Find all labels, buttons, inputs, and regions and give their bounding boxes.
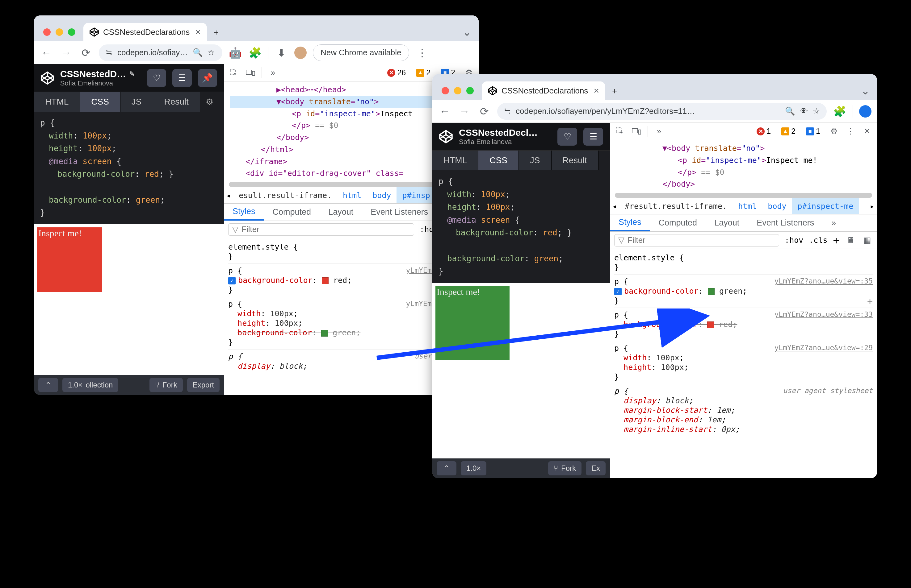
maximize-button[interactable] bbox=[466, 87, 474, 94]
heart-button[interactable]: ♡ bbox=[558, 128, 577, 145]
tab-css[interactable]: CSS bbox=[478, 150, 519, 170]
tab-css[interactable]: CSS bbox=[80, 92, 120, 111]
more-icon[interactable]: ⋮ bbox=[845, 126, 856, 137]
avatar[interactable] bbox=[859, 105, 872, 118]
zoom-icon[interactable]: 🔍 bbox=[193, 48, 203, 57]
tab-computed[interactable]: Computed bbox=[264, 204, 320, 221]
reload-button[interactable]: ⟳ bbox=[79, 46, 92, 60]
expand-button[interactable]: ⌃ bbox=[38, 378, 58, 392]
address-bar[interactable]: ≒ codepen.io/sofiayem/pen/yLmYEmZ?editor… bbox=[497, 103, 827, 120]
robot-icon[interactable]: 🤖 bbox=[229, 46, 242, 60]
maximize-button[interactable] bbox=[68, 28, 75, 36]
crumb-left-icon[interactable]: ◂ bbox=[610, 198, 619, 214]
hov-toggle[interactable]: :hov bbox=[785, 236, 803, 245]
tab-close-icon[interactable]: × bbox=[593, 86, 599, 96]
zoom-icon[interactable]: 🔍 bbox=[785, 107, 795, 116]
tab-layout[interactable]: Layout bbox=[319, 204, 362, 221]
fork-button[interactable]: ⑂ Fork bbox=[149, 378, 183, 392]
warn-badge[interactable]: ▲2 bbox=[781, 127, 796, 136]
crumb-left-icon[interactable]: ◂ bbox=[224, 187, 233, 203]
crumb-p[interactable]: p#insp bbox=[397, 187, 435, 203]
more-tabs-icon[interactable]: » bbox=[823, 215, 845, 231]
forward-button[interactable]: → bbox=[458, 105, 471, 118]
pin-button[interactable]: 📌 bbox=[198, 69, 217, 87]
eye-off-icon[interactable]: 👁 bbox=[800, 107, 808, 116]
crumb[interactable]: esult.result-iframe. bbox=[233, 187, 337, 203]
inspect-icon[interactable] bbox=[228, 67, 239, 78]
crumb-html[interactable]: html bbox=[733, 198, 762, 214]
close-button[interactable] bbox=[43, 28, 51, 36]
back-button[interactable]: ← bbox=[438, 105, 451, 118]
download-icon[interactable]: ⬇ bbox=[274, 46, 288, 60]
tab-computed[interactable]: Computed bbox=[650, 215, 706, 231]
tab-js[interactable]: JS bbox=[120, 92, 153, 111]
zoom-level[interactable]: 1.0× ollection bbox=[62, 378, 118, 392]
tab-js[interactable]: JS bbox=[519, 150, 551, 170]
swatch-red-icon[interactable] bbox=[322, 277, 329, 284]
close-icon[interactable]: ✕ bbox=[862, 126, 873, 137]
new-chrome-button[interactable]: New Chrome available bbox=[313, 44, 409, 61]
tab-dropdown-icon[interactable]: ⌄ bbox=[460, 25, 474, 39]
crumb-right-icon[interactable]: ▸ bbox=[868, 198, 877, 214]
device-icon[interactable] bbox=[631, 126, 642, 137]
export-button[interactable]: Export bbox=[187, 378, 220, 392]
grid-icon[interactable]: ▦ bbox=[862, 235, 873, 246]
tab-result[interactable]: Result bbox=[153, 92, 200, 111]
new-tab-button[interactable]: ＋ bbox=[207, 23, 225, 41]
avatar[interactable] bbox=[294, 47, 306, 59]
settings-icon[interactable]: ⚙ bbox=[828, 126, 840, 137]
browser-tab[interactable]: CSSNestedDeclarations × bbox=[83, 23, 207, 41]
more-panels-icon[interactable]: » bbox=[653, 126, 665, 137]
error-badge[interactable]: ✕1 bbox=[757, 127, 771, 136]
devices-icon[interactable]: 🖥 bbox=[845, 235, 856, 246]
extensions-icon[interactable]: 🧩 bbox=[833, 105, 846, 118]
code-editor[interactable]: p { width: 100px; height: 100px; @media … bbox=[432, 170, 610, 283]
inspect-icon[interactable] bbox=[614, 126, 625, 137]
expand-button[interactable]: ⌃ bbox=[437, 461, 456, 475]
minimize-button[interactable] bbox=[55, 28, 63, 36]
add-prop-icon[interactable]: + bbox=[867, 296, 873, 307]
tab-result[interactable]: Result bbox=[551, 150, 598, 170]
tab-dropdown-icon[interactable]: ⌄ bbox=[859, 84, 872, 97]
view-button[interactable]: ☰ bbox=[172, 69, 191, 87]
crumb-body[interactable]: body bbox=[762, 198, 792, 214]
filter-input[interactable]: ▽ Filter bbox=[614, 234, 779, 247]
device-icon[interactable] bbox=[245, 67, 256, 78]
extensions-icon[interactable]: 🧩 bbox=[248, 46, 262, 60]
checkbox-icon[interactable]: ✓ bbox=[614, 288, 622, 295]
edit-icon[interactable]: ✎ bbox=[129, 70, 135, 78]
swatch-green-icon[interactable] bbox=[321, 330, 328, 337]
tab-listeners[interactable]: Event Listeners bbox=[748, 215, 823, 231]
swatch-green-icon[interactable] bbox=[708, 288, 715, 295]
bookmark-icon[interactable]: ☆ bbox=[813, 107, 820, 116]
filter-input[interactable]: ▽ Filter bbox=[228, 223, 414, 236]
warn-badge[interactable]: ▲2 bbox=[416, 68, 431, 77]
minimize-button[interactable] bbox=[454, 87, 461, 94]
error-badge[interactable]: ✕26 bbox=[387, 68, 406, 77]
crumb-p[interactable]: p#inspect-me bbox=[792, 198, 859, 214]
bookmark-icon[interactable]: ☆ bbox=[207, 48, 215, 57]
address-bar[interactable]: ≒ codepen.io/sofiay… 🔍 ☆ bbox=[99, 44, 222, 61]
crumb-html[interactable]: html bbox=[337, 187, 367, 203]
checkbox-icon[interactable]: ✓ bbox=[228, 277, 236, 284]
cls-toggle[interactable]: .cls bbox=[809, 236, 827, 245]
crumb[interactable]: #result.result-iframe. bbox=[619, 198, 733, 214]
tab-listeners[interactable]: Event Listeners bbox=[362, 204, 437, 221]
export-button[interactable]: Ex bbox=[586, 461, 606, 475]
tab-styles[interactable]: Styles bbox=[224, 204, 264, 221]
new-rule-icon[interactable]: + bbox=[833, 234, 840, 247]
reload-button[interactable]: ⟳ bbox=[477, 105, 491, 118]
code-editor[interactable]: p { width: 100px; height: 100px; @media … bbox=[34, 111, 224, 224]
tab-close-icon[interactable]: × bbox=[195, 27, 201, 37]
more-icon[interactable]: ⋮ bbox=[415, 46, 429, 60]
scrollbar[interactable] bbox=[615, 193, 872, 198]
zoom-level[interactable]: 1.0× bbox=[461, 461, 486, 475]
more-panels-icon[interactable]: » bbox=[267, 67, 279, 78]
tab-styles[interactable]: Styles bbox=[610, 215, 650, 231]
browser-tab[interactable]: CSSNestedDeclarations × bbox=[482, 81, 605, 100]
view-button[interactable]: ☰ bbox=[584, 128, 603, 145]
close-button[interactable] bbox=[442, 87, 449, 94]
new-tab-button[interactable]: ＋ bbox=[605, 81, 624, 100]
swatch-red-icon[interactable] bbox=[707, 321, 714, 328]
styles-panel[interactable]: element.style { } yLmYEmZ?ano…ue&view=:3… bbox=[610, 249, 877, 438]
